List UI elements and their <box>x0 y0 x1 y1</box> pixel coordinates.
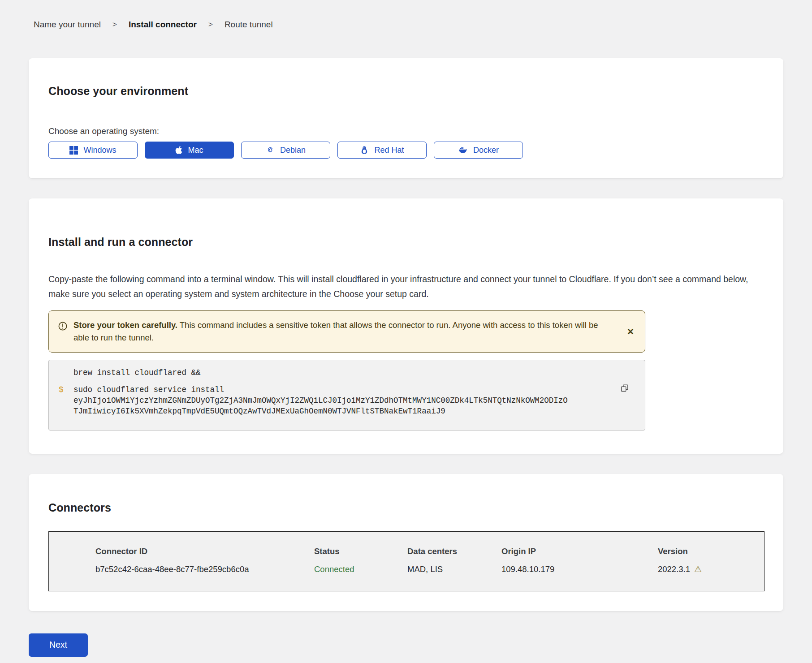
cell-data-centers: MAD, LIS <box>407 564 501 575</box>
os-button-label: Debian <box>280 146 306 155</box>
close-icon[interactable]: ✕ <box>627 327 634 336</box>
token-line-1: eyJhIjoiOWM1YjczYzhmZGNmZDUyOTg2ZjA3NmJm… <box>73 395 616 406</box>
install-command-codeblock: brew install cloudflared && $ sudo cloud… <box>48 360 645 431</box>
header-status: Status <box>314 546 407 557</box>
os-button-label: Red Hat <box>374 146 404 155</box>
warning-text: Store your token carefully. This command… <box>73 319 613 344</box>
tux-penguin-icon <box>360 146 369 155</box>
code-text: sudo cloudflared service install eyJhIjo… <box>73 384 616 417</box>
environment-card-title: Choose your environment <box>48 84 764 98</box>
code-line-brew: brew install cloudflared && <box>59 367 616 378</box>
breadcrumb-separator: > <box>112 20 117 29</box>
breadcrumb: Name your tunnel > Install connector > R… <box>34 20 783 30</box>
token-line-2: TJmIiwicyI6Ik5XVmhZekpqTmpVdE5UQmtOQzAwT… <box>73 406 616 417</box>
os-select-label: Choose an operating system: <box>48 126 764 136</box>
shell-prompt: $ <box>59 384 73 417</box>
status-badge: Connected <box>314 564 407 575</box>
next-button[interactable]: Next <box>29 633 88 657</box>
warning-title: Store your token carefully. <box>73 320 177 330</box>
apple-icon <box>175 146 182 155</box>
environment-card: Choose your environment Choose an operat… <box>29 58 783 178</box>
install-card-title: Install and run a connector <box>48 235 764 249</box>
table-header-row: Connector ID Status Data centers Origin … <box>95 546 764 557</box>
alert-circle-icon <box>58 321 68 344</box>
debian-swirl-icon <box>266 146 275 155</box>
cell-version: 2022.3.1 ⚠ <box>658 564 764 575</box>
os-button-label: Mac <box>188 146 203 155</box>
connectors-card-title: Connectors <box>48 501 764 514</box>
install-description: Copy-paste the following command into a … <box>48 272 764 301</box>
os-button-windows[interactable]: Windows <box>48 142 138 159</box>
code-command: sudo cloudflared service install <box>73 384 616 395</box>
connectors-card: Connectors Connector ID Status Data cent… <box>29 474 783 611</box>
code-line-install: $ sudo cloudflared service install eyJhI… <box>59 384 616 417</box>
token-warning-banner: Store your token carefully. This command… <box>48 310 645 353</box>
code-gutter <box>59 367 73 378</box>
page: Name your tunnel > Install connector > R… <box>0 0 812 657</box>
os-button-redhat[interactable]: Red Hat <box>337 142 427 159</box>
os-button-debian[interactable]: Debian <box>241 142 330 159</box>
version-value: 2022.3.1 <box>658 564 690 575</box>
windows-icon <box>69 146 78 155</box>
os-button-docker[interactable]: Docker <box>434 142 523 159</box>
cell-connector-id: b7c52c42-6caa-48ee-8c77-fbe259cb6c0a <box>95 564 314 575</box>
connectors-table: Connector ID Status Data centers Origin … <box>48 531 764 591</box>
breadcrumb-step-install-connector[interactable]: Install connector <box>129 20 197 30</box>
code-text: brew install cloudflared && <box>73 367 616 378</box>
os-button-label: Docker <box>473 146 499 155</box>
cell-origin-ip: 109.48.10.179 <box>501 564 658 575</box>
header-version: Version <box>658 546 764 557</box>
docker-whale-icon <box>458 146 468 155</box>
copy-icon[interactable] <box>620 383 630 393</box>
header-data-centers: Data centers <box>407 546 501 557</box>
os-button-label: Windows <box>83 146 116 155</box>
os-button-row: Windows Mac Debian <box>48 142 764 159</box>
warning-triangle-icon: ⚠ <box>694 565 702 573</box>
breadcrumb-separator: > <box>208 20 213 29</box>
os-button-mac[interactable]: Mac <box>145 142 234 159</box>
table-row: b7c52c42-6caa-48ee-8c77-fbe259cb6c0a Con… <box>95 564 764 575</box>
breadcrumb-step-name-tunnel[interactable]: Name your tunnel <box>34 20 101 30</box>
header-origin-ip: Origin IP <box>501 546 658 557</box>
breadcrumb-step-route-tunnel[interactable]: Route tunnel <box>225 20 273 30</box>
header-connector-id: Connector ID <box>95 546 314 557</box>
install-connector-card: Install and run a connector Copy-paste t… <box>29 198 783 454</box>
